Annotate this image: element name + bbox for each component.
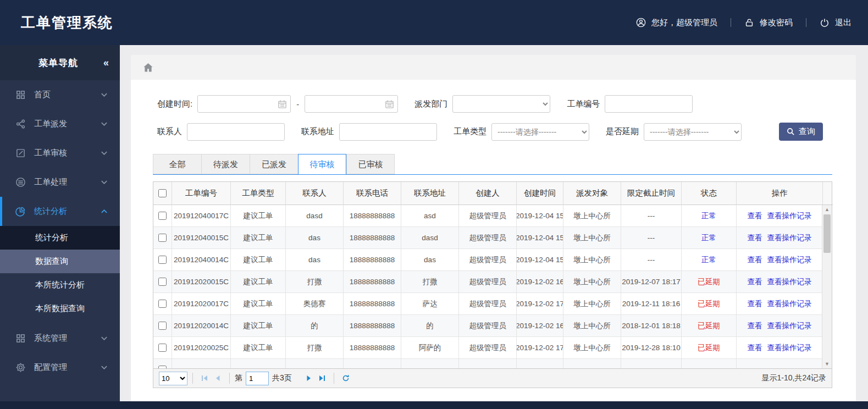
chevron-down-icon [101,335,108,342]
cell-order-type: 建议工单 [231,205,286,227]
view-link[interactable]: 查看 [748,255,762,265]
vertical-scrollbar[interactable]: ▲ ▼ [822,205,832,368]
sidebar-item-home[interactable]: 首页 [0,80,120,109]
row-checkbox[interactable] [158,212,167,220]
next-page-button[interactable] [302,372,316,385]
sidebar-subitem-data-query[interactable]: 数据查询 [0,250,120,273]
row-checkbox[interactable] [158,344,167,352]
row-checkbox-cell [153,249,172,271]
create-time-end-input[interactable] [305,96,397,112]
work-order-table: 工单编号 工单类型 联系人 联系电话 联系地址 创建人 创建时间 派发对象 限定… [153,181,832,369]
column-header: 工单类型 [231,182,286,205]
row-checkbox[interactable] [158,300,167,308]
view-link[interactable]: 查看 [748,277,762,287]
contact-input[interactable] [187,124,284,140]
column-header: 联系人 [286,182,344,205]
search-button[interactable]: 查询 [779,123,823,141]
sidebar-subitem-branch-data-query[interactable]: 本所数据查询 [0,297,120,320]
sidebar-subitem-statistics[interactable]: 统计分析 [0,226,120,250]
next-page-icon [305,374,313,382]
view-log-link[interactable]: 查看操作记录 [767,343,812,353]
create-time-end-field[interactable] [305,95,398,113]
view-link[interactable]: 查看 [748,211,762,221]
home-icon[interactable] [143,63,153,73]
view-link[interactable]: 查看 [748,233,762,243]
refresh-button[interactable] [339,372,352,385]
cell-order-no: 201912020025C [172,337,231,359]
first-page-button[interactable] [198,372,211,385]
grid-area: 全部 待派发 已派发 待审核 已审核 工单编号 工单类型 联系人 联系电话 联系… [153,154,832,388]
sidebar-item-config[interactable]: 配置管理 [0,353,120,382]
view-log-link[interactable]: 查看操作记录 [767,233,812,243]
sidebar-collapse-button[interactable]: « [103,57,108,69]
order-no-input[interactable] [605,96,692,112]
cell-created-time: 2019-12-04 15 [517,227,563,249]
view-link[interactable]: 查看 [748,321,762,331]
cell-contact: das [286,249,344,271]
scroll-down-arrow[interactable]: ▼ [822,360,832,368]
dispatch-dept-select[interactable] [452,95,550,113]
sidebar-item-system[interactable]: 系统管理 [0,324,120,353]
cell-order-type: 建议工单 [231,271,286,293]
database-icon [15,177,26,187]
row-checkbox[interactable] [158,234,167,242]
edit-icon [15,148,26,158]
view-link[interactable]: 查看 [748,343,762,353]
tab-pending-dispatch[interactable]: 待派发 [201,154,250,174]
cell-address: 阿萨的 [401,337,459,359]
tab-dispatched[interactable]: 已派发 [250,154,298,174]
cell-creator: 超级管理员 [459,337,517,359]
last-page-button[interactable] [316,372,329,385]
scrollbar-thumb[interactable] [823,214,831,253]
sidebar-item-statistics[interactable]: 统计分析 [0,197,120,226]
view-log-link[interactable]: 查看操作记录 [767,321,812,331]
cell-order-no: 201912020017C [172,293,231,315]
status-badge: 正常 [682,227,737,249]
page-size-select[interactable]: 10 [159,372,187,385]
change-password-button[interactable]: 修改密码 [744,18,793,28]
row-checkbox[interactable] [158,366,167,368]
sidebar-item-dispatch[interactable]: 工单派发 [0,109,120,139]
select-all-checkbox[interactable] [158,189,167,197]
sidebar-item-process[interactable]: 工单处理 [0,168,120,197]
view-link[interactable]: 查看 [748,299,762,309]
sidebar-subitem-branch-statistics[interactable]: 本所统计分析 [0,273,120,297]
tab-all[interactable]: 全部 [153,154,201,174]
sidebar-item-label: 系统管理 [34,333,67,344]
page-number-input[interactable] [246,372,269,385]
row-checkbox[interactable] [158,322,167,330]
row-checkbox[interactable] [158,278,167,286]
table-row: 201912020015C 建议工单 打撒 18888888888 打撒 超级管… [153,271,823,293]
prev-page-button[interactable] [211,372,224,385]
delay-select[interactable]: -------请选择------- [644,123,742,141]
cell-deadline: --- [621,205,682,227]
logout-button[interactable]: 退出 [820,18,852,28]
column-header: 操作 [737,182,823,205]
sidebar-title: 菜单导航 [38,57,78,69]
tab-reviewed[interactable]: 已审核 [346,154,395,174]
cell-contact: 奥德赛 [286,293,344,315]
create-time-start-input[interactable] [198,96,290,112]
header-filler [823,182,833,205]
sidebar-item-review[interactable]: 工单审核 [0,139,120,168]
cell-dispatch-target: 墩上中心所 [563,205,621,227]
cell-address: dasd [401,227,459,249]
cell-actions: 查看 查看操作记录 [737,293,823,315]
cell-dispatch-target: 墩上中心所 [563,271,621,293]
address-input[interactable] [340,124,436,140]
divider [731,18,731,27]
scroll-up-arrow[interactable]: ▲ [822,205,832,214]
view-log-link[interactable]: 查看操作记录 [767,277,812,287]
sidebar-item-label: 统计分析 [34,206,67,217]
table-header: 工单编号 工单类型 联系人 联系电话 联系地址 创建人 创建时间 派发对象 限定… [153,181,832,205]
user-greeting[interactable]: 您好，超级管理员 [636,18,717,28]
row-checkbox[interactable] [158,256,167,264]
tab-pending-review[interactable]: 待审核 [298,154,346,175]
view-log-link[interactable]: 查看操作记录 [767,299,812,309]
view-log-link[interactable]: 查看操作记录 [767,211,812,221]
cell-address: asd [401,205,459,227]
create-time-start-field[interactable] [197,95,291,113]
page-total: 共3页 [272,373,292,383]
order-type-select[interactable]: -------请选择------- [491,123,589,141]
view-log-link[interactable]: 查看操作记录 [767,255,812,265]
